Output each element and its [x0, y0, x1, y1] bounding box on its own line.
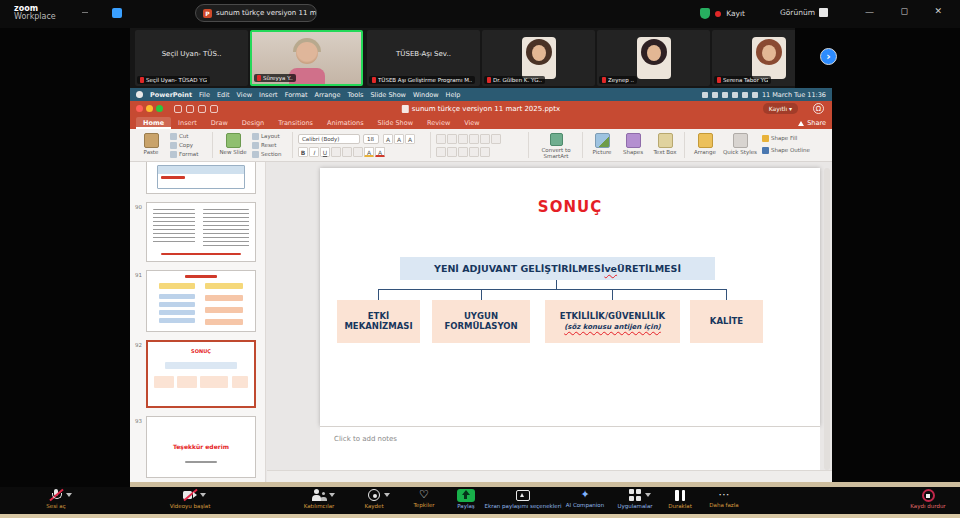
mute-button[interactable]: Sesi aç [30, 489, 82, 509]
strikethrough-button[interactable] [331, 147, 341, 157]
line-spacing-button[interactable] [480, 134, 490, 144]
wifi-icon[interactable] [722, 92, 728, 98]
tab-slideshow[interactable]: Slide Show [371, 117, 420, 129]
tab-home[interactable]: Home [136, 117, 171, 129]
control-center-icon[interactable] [752, 92, 758, 98]
tab-transitions[interactable]: Transitions [271, 117, 320, 129]
pause-recording-button[interactable]: Duraklat [660, 489, 700, 509]
shadow-button[interactable] [342, 147, 352, 157]
numbering-button[interactable] [447, 134, 457, 144]
tab-animations[interactable]: Animations [320, 117, 371, 129]
decrease-font-icon[interactable]: A [394, 134, 404, 144]
participants-caret[interactable] [329, 493, 335, 497]
arrange-button[interactable]: Arrange [690, 131, 720, 155]
slide-thumbnail[interactable]: Teşekkür ederim [146, 416, 256, 478]
decrease-indent-button[interactable] [458, 134, 468, 144]
redo-icon[interactable] [210, 105, 218, 113]
share-options-button[interactable]: Ekran paylaşımı seçenekleri [490, 489, 556, 509]
slide-thumbnail-panel[interactable]: 90 91 [130, 162, 266, 486]
tab-insert[interactable]: Insert [171, 117, 204, 129]
layout-button[interactable]: Layout [252, 132, 281, 141]
bold-button[interactable]: B [298, 147, 308, 157]
apps-caret[interactable] [645, 493, 651, 497]
shared-content-pill[interactable]: P sunum türkçe versiyon 11 mart 2025.ppt… [195, 4, 317, 22]
align-left-button[interactable] [436, 147, 446, 157]
justify-button[interactable] [469, 147, 479, 157]
participant-tile-active-speaker[interactable]: Süreyya Y.. [250, 30, 363, 86]
apple-icon[interactable] [136, 91, 143, 98]
slide-thumbnail[interactable] [146, 202, 256, 262]
flowchart-box-kalite[interactable]: KALİTE [690, 300, 763, 343]
volume-icon[interactable] [732, 92, 738, 98]
menu-view[interactable]: View [237, 91, 252, 99]
text-direction-button[interactable] [491, 134, 501, 144]
participant-tile[interactable]: Dr. Gülben K. YG.. [482, 30, 595, 86]
stop-recording-button[interactable]: Kaydı durdur [900, 489, 956, 509]
menu-insert[interactable]: Insert [259, 91, 278, 99]
undo-icon[interactable] [198, 105, 206, 113]
battery-icon[interactable] [712, 92, 718, 98]
record-button[interactable]: Kaydet [352, 489, 396, 509]
security-shield-icon[interactable] [700, 8, 710, 19]
minimize-button[interactable]: — [865, 8, 874, 17]
menu-edit[interactable]: Edit [217, 91, 230, 99]
slide-thumbnail[interactable] [146, 162, 256, 194]
menubar-clock[interactable]: 11 March Tue 11:36 [762, 91, 826, 99]
increase-indent-button[interactable] [469, 134, 479, 144]
shape-fill-button[interactable]: Shape Fill [762, 134, 810, 143]
participant-tile[interactable]: Zeynep .. [597, 30, 710, 86]
character-spacing-button[interactable] [353, 147, 363, 157]
copy-button[interactable]: Copy [170, 141, 198, 150]
bluetooth-icon[interactable] [702, 92, 708, 98]
smartart-button[interactable]: Convert to SmartArt [534, 131, 578, 159]
picture-button[interactable]: Picture [588, 131, 616, 155]
slide-thumbnail-selected[interactable]: SONUÇ [146, 340, 256, 408]
maximize-button[interactable]: ◻ [901, 7, 908, 16]
tab-view[interactable]: View [457, 117, 486, 129]
highlight-color-button[interactable]: A [364, 147, 374, 157]
participants-button[interactable]: Katılımcılar [292, 489, 346, 509]
menu-format[interactable]: Format [285, 91, 308, 99]
start-video-button[interactable]: Videoyu başlat [160, 489, 220, 509]
minimize-traffic-light[interactable] [146, 105, 153, 112]
flowchart-box-etkililik-guvenlilik[interactable]: ETKİLİLİK/GÜVENLİLİK (söz konusu antijen… [545, 300, 680, 343]
participant-tile[interactable]: Seçil Uyan- TÜS.. Seçil Uyan- TÜSAD YG [135, 30, 248, 86]
current-slide[interactable]: SONUÇ YENİ ADJUVANT GELİŞTİRİLMESİ ve ÜR… [320, 168, 820, 426]
slide-thumbnail[interactable] [146, 270, 256, 332]
tab-design[interactable]: Design [235, 117, 271, 129]
slide-title[interactable]: SONUÇ [320, 198, 820, 216]
apps-button[interactable]: Uygulamalar [612, 489, 658, 509]
shape-outline-button[interactable]: Shape Outline [762, 146, 810, 155]
menu-tools[interactable]: Tools [347, 91, 363, 99]
close-traffic-light[interactable] [136, 105, 143, 112]
participant-tile[interactable]: Serena Tabor YG [712, 30, 795, 86]
columns-button[interactable] [480, 147, 490, 157]
ai-companion-button[interactable]: ✦ AI Companion [560, 489, 610, 508]
reactions-button[interactable]: ♡ Tepkiler [402, 489, 446, 508]
menu-powerpoint[interactable]: PowerPoint [150, 91, 192, 99]
cut-button[interactable]: Cut [170, 132, 198, 141]
record-caret[interactable] [384, 493, 390, 497]
search-icon[interactable] [742, 92, 748, 98]
underline-button[interactable]: U [320, 147, 330, 157]
format-painter-button[interactable]: Format [170, 150, 198, 159]
next-participants-button[interactable]: › [820, 48, 837, 65]
flowchart-top-box[interactable]: YENİ ADJUVANT GELİŞTİRİLMESİ ve ÜRETİLME… [400, 257, 715, 280]
share-screen-button[interactable]: Paylaş [446, 489, 486, 509]
font-size-combobox[interactable]: 18 [363, 134, 379, 144]
bullets-button[interactable] [436, 134, 446, 144]
save-status-badge[interactable]: Kayıtlı ▾ [763, 103, 798, 114]
save-icon[interactable] [186, 105, 194, 113]
mic-options-caret[interactable] [66, 493, 72, 497]
align-right-button[interactable] [458, 147, 468, 157]
flowchart-box-etki-mekanizmasi[interactable]: ETKİ MEKANİZMASI [337, 300, 420, 343]
menu-file[interactable]: File [199, 91, 210, 99]
paste-button[interactable]: Paste [138, 131, 164, 155]
font-color-button[interactable]: A [375, 147, 385, 157]
quick-styles-button[interactable]: Quick Styles [723, 131, 757, 155]
clear-format-icon[interactable]: A [405, 134, 415, 144]
vertical-scrollbar[interactable] [824, 168, 830, 470]
font-name-combobox[interactable]: Calibri (Body) [298, 134, 360, 144]
align-center-button[interactable] [447, 147, 457, 157]
menu-help[interactable]: Help [446, 91, 461, 99]
